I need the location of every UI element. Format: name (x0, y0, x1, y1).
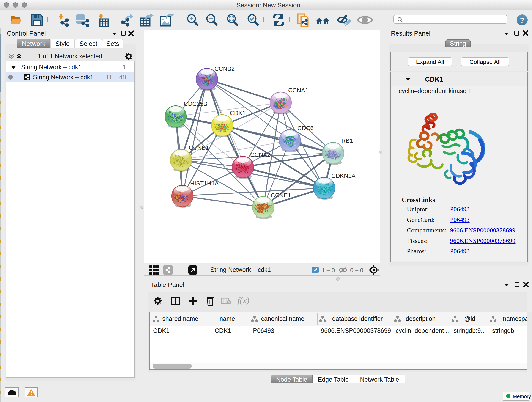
svg-text:CCNE1: CCNE1 (271, 192, 291, 199)
svg-text:HIST1H1A: HIST1H1A (190, 180, 219, 187)
svg-text:RB1: RB1 (341, 137, 353, 144)
svg-text:CDC25B: CDC25B (184, 100, 207, 107)
svg-text:CDC6: CDC6 (298, 125, 314, 132)
svg-text:CDK1: CDK1 (230, 109, 246, 116)
svg-text:CCNB1: CCNB1 (189, 144, 209, 151)
svg-text:CCNA2: CCNA2 (250, 151, 270, 158)
svg-text:CDKN1A: CDKN1A (331, 172, 355, 179)
svg-text:CCNA1: CCNA1 (288, 87, 308, 94)
svg-text:CCNB2: CCNB2 (215, 65, 234, 72)
